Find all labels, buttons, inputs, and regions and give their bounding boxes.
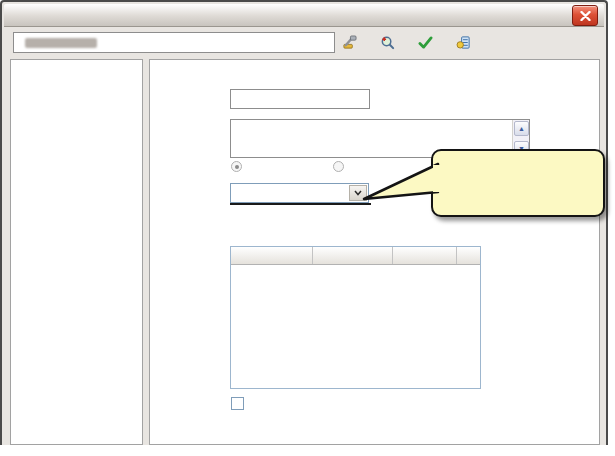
include-features-row[interactable]	[231, 397, 250, 410]
toolbar-buttons	[340, 30, 600, 54]
column-header-field-type[interactable]	[393, 247, 457, 264]
schema-table-header	[231, 247, 480, 265]
close-icon	[580, 11, 591, 21]
publish-icon	[456, 35, 471, 50]
title-bar	[4, 4, 604, 27]
chevron-down-icon	[354, 190, 362, 196]
close-button[interactable]	[572, 5, 598, 26]
sidebar-nav	[10, 59, 143, 445]
publish-button[interactable]	[454, 33, 477, 52]
preview-icon	[380, 35, 395, 50]
screenshot-stage: ▲ ▼	[0, 0, 615, 456]
callout-bubble	[431, 149, 605, 217]
service-editor-window: ▲ ▼	[0, 0, 608, 445]
scroll-up-button[interactable]: ▲	[514, 121, 529, 136]
include-features-checkbox[interactable]	[231, 397, 244, 410]
name-input[interactable]	[230, 89, 370, 109]
main-panel: ▲ ▼	[149, 59, 600, 445]
add-result-icon	[342, 35, 357, 50]
column-header-field-name[interactable]	[231, 247, 313, 264]
analyze-button[interactable]	[416, 34, 439, 51]
radio-required-icon	[231, 161, 242, 172]
analyze-check-icon	[418, 36, 433, 49]
type-radio-required[interactable]	[231, 161, 247, 172]
redacted-server-name	[25, 38, 97, 48]
toolbar	[4, 27, 604, 58]
schema-table	[230, 246, 481, 389]
combo-dropdown-button[interactable]	[349, 185, 367, 201]
radio-optional-icon	[333, 161, 344, 172]
column-header-alias[interactable]	[313, 247, 393, 264]
connection-box	[13, 32, 335, 53]
type-radio-optional[interactable]	[333, 161, 349, 172]
input-mode-dropdown-list	[230, 203, 371, 205]
add-result-button[interactable]	[340, 33, 363, 52]
preview-button[interactable]	[378, 33, 401, 52]
column-header-filler	[457, 247, 480, 264]
input-mode-combobox[interactable]	[230, 183, 369, 203]
